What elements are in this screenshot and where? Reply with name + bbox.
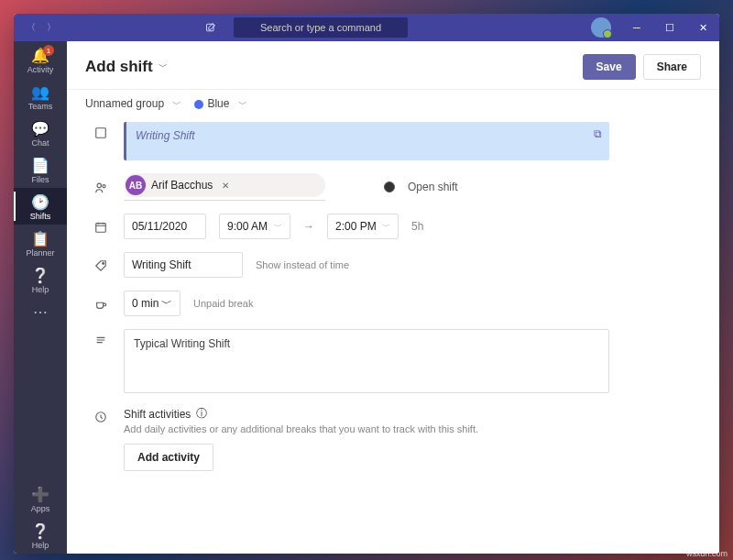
main-content: Add shift ﹀ Save Share Unnamed group ﹀ B…	[67, 41, 719, 554]
sidebar-item-help[interactable]: ❔ Help	[14, 261, 67, 298]
sidebar-item-help-bottom[interactable]: ❔ Help	[14, 517, 67, 554]
sidebar-label: Help	[32, 285, 49, 294]
forward-button[interactable]: 〉	[43, 19, 60, 36]
tag-icon	[94, 122, 111, 142]
date-input[interactable]: 05/11/2020	[124, 214, 206, 239]
chevron-down-icon: ﹀	[161, 296, 172, 312]
chevron-down-icon: ﹀	[382, 221, 390, 233]
shifts-icon: 🕑	[31, 193, 49, 210]
custom-label-input[interactable]: Writing Shift	[124, 252, 243, 278]
files-icon: 📄	[31, 157, 49, 173]
group-select[interactable]: Unnamed group ﹀	[85, 97, 181, 111]
svg-point-2	[97, 183, 101, 187]
share-button[interactable]: Share	[643, 54, 701, 80]
page-title: Add shift	[85, 58, 153, 76]
info-icon[interactable]: ⓘ	[196, 406, 207, 422]
svg-point-3	[103, 185, 105, 188]
svg-rect-1	[96, 128, 106, 138]
label-icon	[94, 255, 111, 275]
compose-icon[interactable]	[197, 22, 224, 33]
window-controls: ─ ☐ ✕	[591, 14, 719, 41]
more-icon: ⋯	[33, 303, 48, 320]
teams-icon: 👥	[31, 83, 49, 100]
sidebar-label: Files	[31, 175, 49, 184]
copy-icon[interactable]: ⧉	[594, 127, 602, 140]
app-window: 〈 〉 Search or type a command ─ ☐ ✕ 🔔 1 A…	[14, 14, 719, 554]
apps-icon: ➕	[31, 486, 49, 502]
chevron-down-icon[interactable]: ﹀	[159, 60, 168, 73]
add-activity-button[interactable]: Add activity	[124, 444, 213, 471]
sidebar-label: Apps	[31, 504, 50, 513]
sidebar-label: Help	[32, 541, 49, 550]
notes-input[interactable]: Typical Writing Shift	[124, 329, 609, 393]
notes-icon	[94, 329, 111, 349]
watermark: wsxdn.com	[686, 549, 728, 558]
clock-icon	[94, 406, 111, 426]
break-duration-input[interactable]: 0 min﹀	[124, 291, 181, 316]
custom-label-hint: Show instead of time	[256, 259, 349, 270]
help-icon: ❔	[31, 267, 49, 283]
search-placeholder: Search or type a command	[260, 22, 381, 33]
activities-title: Shift activities	[124, 408, 191, 421]
open-shift-label: Open shift	[408, 181, 458, 193]
activity-badge: 1	[43, 45, 54, 56]
end-time-input[interactable]: 2:00 PM﹀	[327, 214, 399, 239]
app-sidebar: 🔔 1 Activity 👥 Teams 💬 Chat 📄 Files 🕑 Sh…	[14, 41, 67, 554]
sidebar-item-shifts[interactable]: 🕑 Shifts	[14, 188, 67, 225]
remove-person-icon[interactable]: ✕	[222, 181, 229, 191]
close-button[interactable]: ✕	[686, 14, 719, 41]
person-icon	[94, 177, 111, 197]
chat-icon: 💬	[31, 120, 49, 137]
sidebar-item-apps[interactable]: ➕ Apps	[14, 480, 67, 517]
svg-point-5	[103, 263, 104, 265]
color-select[interactable]: Blue ﹀	[194, 97, 246, 111]
svg-rect-4	[96, 224, 106, 233]
sidebar-item-activity[interactable]: 🔔 1 Activity	[14, 41, 67, 78]
coffee-icon	[94, 293, 111, 313]
open-shift-radio[interactable]	[384, 181, 395, 192]
sidebar-item-chat[interactable]: 💬 Chat	[14, 115, 67, 151]
sidebar-label: Planner	[26, 248, 54, 258]
person-chip[interactable]: AB Arif Bacchus ✕	[124, 173, 325, 197]
maximize-button[interactable]: ☐	[653, 14, 686, 41]
break-type-label: Unpaid break	[193, 298, 253, 309]
start-time-input[interactable]: 9:00 AM﹀	[219, 214, 290, 239]
color-dot-icon	[194, 100, 203, 109]
help-icon: ❔	[31, 522, 49, 539]
sidebar-item-files[interactable]: 📄 Files	[14, 151, 67, 188]
body: 🔔 1 Activity 👥 Teams 💬 Chat 📄 Files 🕑 Sh…	[14, 41, 719, 554]
sidebar-item-teams[interactable]: 👥 Teams	[14, 78, 67, 115]
person-name: Arif Bacchus	[151, 179, 213, 192]
minimize-button[interactable]: ─	[620, 14, 653, 41]
search-box[interactable]: Search or type a command	[234, 17, 408, 38]
back-button[interactable]: 〈	[23, 19, 39, 36]
sidebar-item-planner[interactable]: 📋 Planner	[14, 225, 67, 261]
sidebar-more[interactable]: ⋯	[14, 298, 67, 324]
save-button[interactable]: Save	[583, 54, 636, 80]
page-header: Add shift ﹀ Save Share	[67, 41, 719, 90]
sidebar-label: Shifts	[30, 212, 51, 221]
shift-form: Writing Shift ⧉ AB Arif Bacchus ✕	[67, 118, 719, 502]
calendar-icon	[94, 216, 111, 236]
subheader: Unnamed group ﹀ Blue ﹀	[67, 90, 719, 118]
people-field[interactable]: AB Arif Bacchus ✕	[124, 173, 325, 201]
duration-label: 5h	[411, 220, 423, 233]
arrow-right-icon: →	[303, 220, 314, 233]
nav-arrows: 〈 〉	[14, 19, 69, 36]
user-avatar[interactable]	[591, 17, 611, 38]
shift-title-input[interactable]: Writing Shift ⧉	[124, 122, 609, 160]
sidebar-label: Activity	[27, 65, 54, 74]
activities-desc: Add daily activities or any additional b…	[124, 423, 478, 434]
titlebar: 〈 〉 Search or type a command ─ ☐ ✕	[14, 14, 719, 41]
planner-icon: 📋	[31, 230, 49, 247]
activities-section: Shift activities ⓘ Add daily activities …	[124, 406, 478, 471]
person-avatar: AB	[126, 175, 146, 195]
sidebar-label: Chat	[31, 138, 49, 148]
sidebar-label: Teams	[28, 102, 53, 111]
chevron-down-icon: ﹀	[274, 221, 282, 233]
